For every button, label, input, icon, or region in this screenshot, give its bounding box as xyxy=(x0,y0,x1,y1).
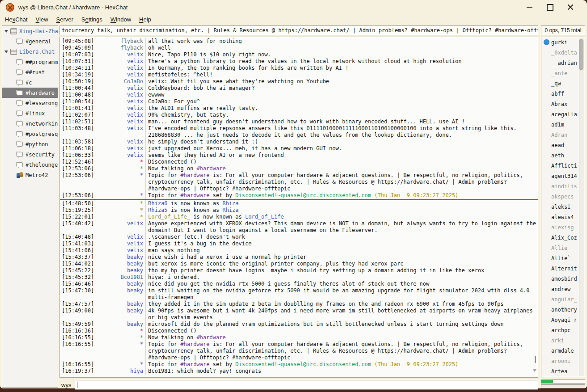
chat-message: [15:44:02]beakybut xerox is more iconic … xyxy=(60,261,538,267)
menu-help[interactable]: Help xyxy=(135,15,155,24)
user-list-item-abff[interactable]: abff xyxy=(541,89,585,99)
sidebar-item--linux[interactable]: #linux xyxy=(2,108,58,118)
menu-window[interactable]: Window xyxy=(106,15,135,24)
sidebar-item--hardware[interactable]: #hardware xyxy=(2,88,58,98)
sidebar-item--rust[interactable]: ##rust xyxy=(2,67,58,77)
chat-message: [15:47:57]beakythey added it in the sim … xyxy=(60,301,538,308)
user-list-item-allie[interactable]: Allie xyxy=(541,243,585,253)
expander-icon[interactable] xyxy=(4,30,8,33)
timestamp: [11:03:58] xyxy=(60,139,95,145)
user-list-item--ante[interactable]: _ante xyxy=(541,68,585,78)
minimize-button[interactable] xyxy=(519,1,540,13)
expander-icon[interactable] xyxy=(4,51,8,53)
sidebar-item--security[interactable]: #security xyxy=(2,149,58,160)
user-nick: alexisg xyxy=(551,224,574,231)
nickname: * xyxy=(95,334,145,341)
sidebar-item-xing-hai-zhai[interactable]: Xing-Hai-Zhai xyxy=(2,26,58,36)
timestamp: [10:50:19] xyxy=(60,78,95,85)
title-bar[interactable]: wys @ Libera.Chat / #hardware - HexChat xyxy=(0,0,587,14)
user-list-item-arki[interactable]: arki xyxy=(541,335,585,346)
user-list-item-aleksi[interactable]: aleksi xyxy=(541,202,585,212)
timestamp: [09:45:08] xyxy=(60,38,95,45)
user-list-item-aead[interactable]: aead xyxy=(541,140,585,150)
user-list-item-akspecs[interactable]: akspecs xyxy=(541,191,585,202)
userlist-scrollbar[interactable] xyxy=(579,38,584,376)
tree-item-label: Libera.Chat xyxy=(19,49,55,55)
user-list-item-aindilis[interactable]: aindilis xyxy=(541,181,585,191)
sidebar-item--python[interactable]: #python xyxy=(2,139,58,149)
chat-message: [15:45:22]beakytho my hp printer doesnt … xyxy=(60,267,538,274)
user-nick: Adran xyxy=(551,132,567,138)
menu-hexchat[interactable]: HexChat xyxy=(1,15,32,24)
user-list-item-alix-coz[interactable]: Alix_Coz xyxy=(541,232,585,243)
timestamp: [15:49:59] xyxy=(60,321,95,328)
user-list-item-gurki[interactable]: gurki xyxy=(541,37,585,47)
user-list-item-adran[interactable]: Adran xyxy=(541,130,585,140)
sidebar-item--c[interactable]: #c xyxy=(2,77,58,88)
nickname: velix xyxy=(95,240,145,247)
sidebar-item--thelounge[interactable]: #thelounge xyxy=(2,160,58,170)
user-list-item-andrew[interactable]: andrew xyxy=(541,284,585,294)
user-nick: _qw xyxy=(551,80,561,87)
user-list-item-afflicti[interactable]: Afflicti xyxy=(541,160,585,171)
maximize-button[interactable] xyxy=(540,1,560,13)
topic-bar[interactable]: tocurrency talk, unfair discrimination, … xyxy=(60,25,538,35)
user-list[interactable]: gurki_0xdelta__adrian_ante_qwabffAbraxac… xyxy=(541,37,585,377)
user-list-item-alternit[interactable]: Alternit xyxy=(541,263,585,274)
sidebar-item--lesswrong[interactable]: #lesswrong xyxy=(2,98,58,108)
menu-server[interactable]: Server xyxy=(52,15,77,24)
user-list-item--0xdelta[interactable]: _0xdelta xyxy=(541,47,585,58)
user-list-item--adrian[interactable]: __adrian xyxy=(541,58,585,68)
user-list-item-amosbird[interactable]: amosbird xyxy=(541,274,585,284)
timestamp: [11:01:41] xyxy=(60,105,95,112)
user-list-item-alewis4[interactable]: alewis4 xyxy=(541,212,585,222)
user-list-item-artea[interactable]: Artea xyxy=(541,366,585,376)
message-text: CoJaBo: For you^ xyxy=(145,98,538,105)
user-list-item-ad1m[interactable]: ad1m xyxy=(541,119,585,130)
sidebar-item--postgresql[interactable]: #postgresql xyxy=(2,129,58,139)
user-list-item-alexisg[interactable]: alexisg xyxy=(541,222,585,232)
sidebar-item-libera-chat[interactable]: Libera.Chat xyxy=(2,46,58,57)
message-text: nice did you get the nvidia rtx 5000 i g… xyxy=(145,281,538,287)
user-list-item-arooni[interactable]: arooni xyxy=(541,356,585,366)
user-list-item-allie-[interactable]: Allie` xyxy=(541,253,585,263)
tree-item-label: Xing-Hai-Zhai xyxy=(19,28,58,34)
user-list-item--qw[interactable]: _qw xyxy=(541,78,585,89)
channel-icon xyxy=(17,162,23,167)
user-list-item-aeth[interactable]: aeth xyxy=(541,150,585,160)
user-nick: agent314 xyxy=(551,173,577,179)
message-input[interactable] xyxy=(75,380,538,390)
userlist-scrollbar-thumb[interactable] xyxy=(579,39,583,70)
chat-message: [11:06:18]velixjust upgraded our Xerox..… xyxy=(60,145,538,152)
message-text: he simply doesn't understand it :( xyxy=(145,139,538,145)
message-text: Disconnected () xyxy=(145,328,538,334)
user-list-item-aoyagi-r[interactable]: Aoyagi_r xyxy=(541,315,585,325)
sidebar-item--networking[interactable]: #networking xyxy=(2,118,58,129)
user-nick: abff xyxy=(551,91,564,97)
channel-icon xyxy=(17,142,23,147)
user-list-item-acegalla[interactable]: acegalla xyxy=(541,109,585,119)
message-text: Now talking on #hardware xyxy=(145,334,538,341)
user-list-item-agent314[interactable]: agent314 xyxy=(541,171,585,181)
sidebar-item--general[interactable]: #general xyxy=(2,36,58,46)
user-list-item-armdale[interactable]: armdale xyxy=(541,346,585,356)
user-list-item-archpc[interactable]: archpc xyxy=(541,325,585,335)
message-text: Topic for #hardware set by Disconsented!… xyxy=(145,192,538,199)
scroll-down-icon[interactable] xyxy=(532,369,537,372)
sidebar-item-metro42[interactable]: Metro42 xyxy=(2,170,58,180)
sidebar-item--programming[interactable]: ##programming xyxy=(2,57,58,67)
user-list-item-abrax[interactable]: Abrax xyxy=(541,99,585,109)
tree-item-label: #general xyxy=(26,38,51,45)
tree-item-label: #lesswrong xyxy=(26,100,58,106)
channel-tree[interactable]: Xing-Hai-Zhai#generalLibera.Chat##progra… xyxy=(2,25,58,388)
tree-item-label: Metro42 xyxy=(26,172,48,178)
chat-scrollbar[interactable] xyxy=(535,356,536,363)
user-list-item-angular-[interactable]: angular_ xyxy=(541,294,585,304)
timestamp: [10:34:11] xyxy=(60,65,95,72)
user-list-item-anothery[interactable]: anothery xyxy=(541,304,585,315)
close-button[interactable] xyxy=(560,1,581,13)
menu-settings[interactable]: Settings xyxy=(77,15,106,24)
menu-view[interactable]: View xyxy=(32,15,52,24)
chat-area[interactable]: [09:45:08]flybackall that work was for n… xyxy=(60,37,538,378)
channel-icon xyxy=(17,90,23,95)
